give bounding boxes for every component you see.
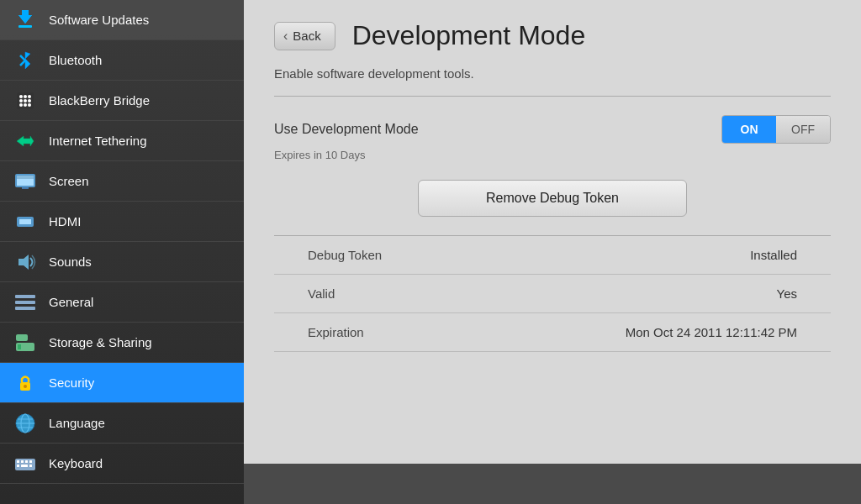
storage-icon bbox=[10, 328, 40, 358]
sidebar-item-security[interactable]: Security bbox=[0, 363, 244, 403]
bottom-bar bbox=[244, 464, 861, 504]
svg-rect-25 bbox=[18, 344, 21, 349]
main-content: ‹ Back Development Mode Enable software … bbox=[244, 0, 861, 504]
sidebar-item-language[interactable]: Language bbox=[0, 403, 244, 444]
sidebar-item-label: BlackBerry Bridge bbox=[49, 93, 150, 108]
development-mode-toggle-row: Use Development Mode ON OFF bbox=[274, 115, 831, 144]
header: ‹ Back Development Mode bbox=[274, 20, 831, 51]
screen-icon bbox=[10, 166, 40, 197]
sidebar-item-label: Software Updates bbox=[49, 13, 149, 27]
sidebar-item-label: Bluetooth bbox=[49, 53, 102, 67]
expiration-value: Mon Oct 24 2011 12:11:42 PM bbox=[626, 325, 797, 339]
svg-point-9 bbox=[28, 99, 31, 102]
svg-point-6 bbox=[28, 95, 31, 98]
svg-rect-39 bbox=[21, 465, 28, 467]
svg-rect-36 bbox=[25, 460, 28, 463]
svg-point-8 bbox=[24, 99, 27, 102]
general-icon bbox=[10, 287, 40, 318]
sidebar-item-sounds[interactable]: Sounds bbox=[0, 242, 244, 282]
sidebar-item-bluetooth[interactable]: Bluetooth bbox=[0, 40, 244, 81]
sidebar-item-blackberry-bridge[interactable]: BlackBerry Bridge bbox=[0, 81, 244, 121]
sidebar-item-software-updates[interactable]: Software Updates bbox=[0, 0, 244, 40]
sidebar-item-general[interactable]: General bbox=[0, 282, 244, 323]
expiration-label: Expiration bbox=[308, 325, 364, 339]
download-icon bbox=[10, 5, 40, 35]
toggle-on-option[interactable]: ON bbox=[722, 116, 776, 143]
toggle-off-option[interactable]: OFF bbox=[776, 116, 830, 143]
sidebar-item-label: Storage & Sharing bbox=[49, 335, 152, 349]
toggle-label: Use Development Mode bbox=[274, 122, 419, 137]
debug-token-value: Installed bbox=[750, 248, 797, 262]
sidebar-item-screen[interactable]: Screen bbox=[0, 161, 244, 202]
svg-rect-35 bbox=[21, 460, 24, 463]
sidebar-item-label: Internet Tethering bbox=[49, 134, 146, 148]
svg-rect-34 bbox=[17, 460, 19, 463]
svg-rect-40 bbox=[29, 465, 32, 467]
svg-point-7 bbox=[19, 99, 23, 102]
sidebar-item-label: Security bbox=[49, 375, 94, 390]
svg-point-10 bbox=[19, 103, 23, 107]
bluetooth-icon bbox=[10, 45, 40, 76]
sidebar-item-label: Language bbox=[49, 416, 105, 430]
bridge-icon bbox=[10, 86, 40, 116]
valid-label: Valid bbox=[308, 286, 335, 301]
info-table: Debug Token Installed Valid Yes Expirati… bbox=[274, 236, 831, 352]
sidebar-item-storage-sharing[interactable]: Storage & Sharing bbox=[0, 323, 244, 363]
svg-marker-19 bbox=[18, 255, 29, 270]
security-icon bbox=[10, 368, 40, 398]
svg-rect-22 bbox=[15, 307, 35, 310]
valid-row: Valid Yes bbox=[274, 275, 831, 313]
sidebar-item-internet-tethering[interactable]: Internet Tethering bbox=[0, 121, 244, 161]
expiration-row: Expiration Mon Oct 24 2011 12:11:42 PM bbox=[274, 313, 831, 352]
debug-token-row: Debug Token Installed bbox=[274, 236, 831, 275]
svg-rect-20 bbox=[15, 295, 35, 298]
subtitle: Enable software development tools. bbox=[274, 66, 831, 81]
debug-token-label: Debug Token bbox=[308, 248, 382, 262]
svg-rect-1 bbox=[18, 25, 32, 28]
content-area: ‹ Back Development Mode Enable software … bbox=[244, 0, 861, 464]
svg-point-12 bbox=[28, 103, 31, 107]
svg-rect-21 bbox=[15, 301, 35, 304]
tethering-icon bbox=[10, 126, 40, 156]
svg-rect-24 bbox=[16, 334, 28, 341]
language-icon bbox=[10, 408, 40, 438]
sounds-icon bbox=[10, 247, 40, 277]
svg-rect-37 bbox=[29, 460, 32, 463]
back-label: Back bbox=[293, 29, 320, 43]
sidebar-item-keyboard[interactable]: Keyboard bbox=[0, 444, 244, 484]
back-button[interactable]: ‹ Back bbox=[274, 22, 335, 50]
svg-rect-14 bbox=[22, 187, 29, 189]
svg-rect-16 bbox=[17, 176, 34, 179]
sidebar-item-label: HDMI bbox=[49, 214, 81, 228]
chevron-left-icon: ‹ bbox=[283, 29, 288, 44]
keyboard-icon bbox=[10, 449, 40, 479]
svg-point-5 bbox=[24, 95, 27, 98]
expires-text: Expires in 10 Days bbox=[274, 149, 831, 161]
sidebar-item-label: Keyboard bbox=[49, 456, 103, 470]
sidebar-item-hdmi[interactable]: HDMI bbox=[0, 202, 244, 242]
sidebar-item-label: General bbox=[49, 295, 93, 309]
svg-point-4 bbox=[19, 95, 23, 98]
svg-marker-2 bbox=[18, 10, 32, 24]
svg-rect-18 bbox=[19, 219, 31, 224]
sidebar-item-label: Screen bbox=[49, 174, 89, 188]
remove-debug-token-button[interactable]: Remove Debug Token bbox=[418, 180, 687, 217]
svg-point-27 bbox=[24, 385, 27, 388]
sidebar: Software Updates Bluetooth bbox=[0, 0, 244, 504]
section-divider bbox=[274, 96, 831, 97]
svg-rect-38 bbox=[17, 465, 19, 467]
page-title: Development Mode bbox=[352, 20, 585, 51]
valid-value: Yes bbox=[777, 286, 797, 301]
svg-point-11 bbox=[24, 103, 27, 107]
hdmi-icon bbox=[10, 207, 40, 237]
sidebar-item-label: Sounds bbox=[49, 255, 92, 269]
toggle-switch[interactable]: ON OFF bbox=[721, 115, 831, 144]
